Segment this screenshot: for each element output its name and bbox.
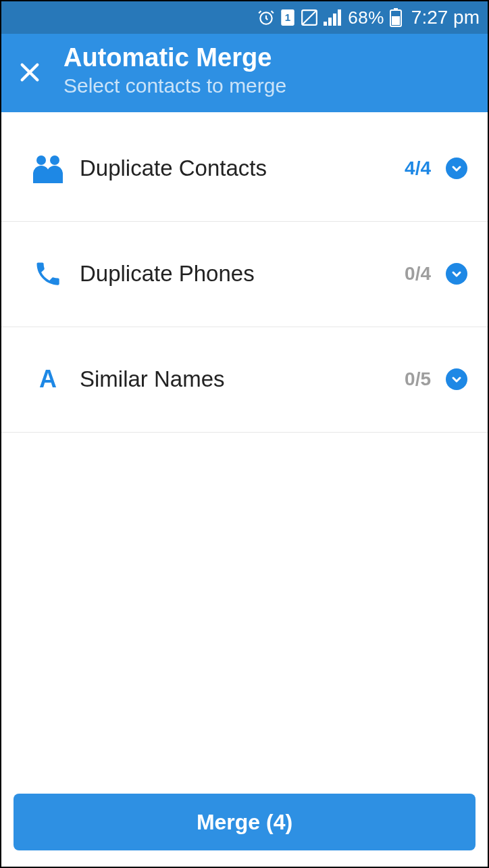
clock-time: 7:27 pm <box>411 7 480 28</box>
chevron-down-icon <box>451 268 462 279</box>
row-duplicate-phones[interactable]: Duplicate Phones 0/4 <box>1 222 488 327</box>
sim-1-icon: 1 <box>280 9 295 26</box>
svg-rect-7 <box>338 9 341 26</box>
footer: Merge (4) <box>1 781 488 867</box>
row-count: 4/4 <box>405 158 431 179</box>
row-label: Duplicate Phones <box>80 261 405 287</box>
contacts-icon <box>28 153 68 183</box>
row-count: 0/4 <box>405 263 431 285</box>
row-count: 0/5 <box>405 368 431 390</box>
storage-icon <box>301 9 318 26</box>
page-subtitle: Select contacts to merge <box>63 74 286 97</box>
svg-rect-6 <box>333 14 336 26</box>
svg-point-11 <box>36 155 46 165</box>
signal-icon <box>324 9 342 26</box>
phone-icon <box>28 259 68 289</box>
row-duplicate-contacts[interactable]: Duplicate Contacts 4/4 <box>1 116 488 222</box>
svg-text:A: A <box>39 366 57 393</box>
status-bar: 1 68% 7:27 pm <box>1 1 488 34</box>
row-similar-names[interactable]: A Similar Names 0/5 <box>1 327 488 433</box>
svg-rect-4 <box>324 22 327 26</box>
app-header: Automatic Merge Select contacts to merge <box>1 34 488 112</box>
svg-text:1: 1 <box>285 11 290 23</box>
svg-point-12 <box>50 155 59 165</box>
battery-percent: 68% <box>348 7 384 28</box>
letter-a-icon: A <box>28 366 68 393</box>
close-icon <box>18 61 41 84</box>
alarm-icon <box>257 9 275 26</box>
merge-button[interactable]: Merge (4) <box>14 794 475 850</box>
battery-icon <box>390 8 402 27</box>
chevron-down-icon <box>451 163 462 174</box>
row-label: Duplicate Contacts <box>80 155 405 181</box>
svg-rect-10 <box>392 16 400 25</box>
merge-categories-list: Duplicate Contacts 4/4 Duplicate Phones … <box>1 112 488 781</box>
row-label: Similar Names <box>80 366 405 392</box>
expand-button[interactable] <box>446 368 467 390</box>
close-button[interactable] <box>15 57 45 87</box>
page-title: Automatic Merge <box>63 43 286 73</box>
expand-button[interactable] <box>446 263 467 285</box>
svg-rect-5 <box>328 18 332 26</box>
chevron-down-icon <box>451 374 462 385</box>
expand-button[interactable] <box>446 158 467 179</box>
